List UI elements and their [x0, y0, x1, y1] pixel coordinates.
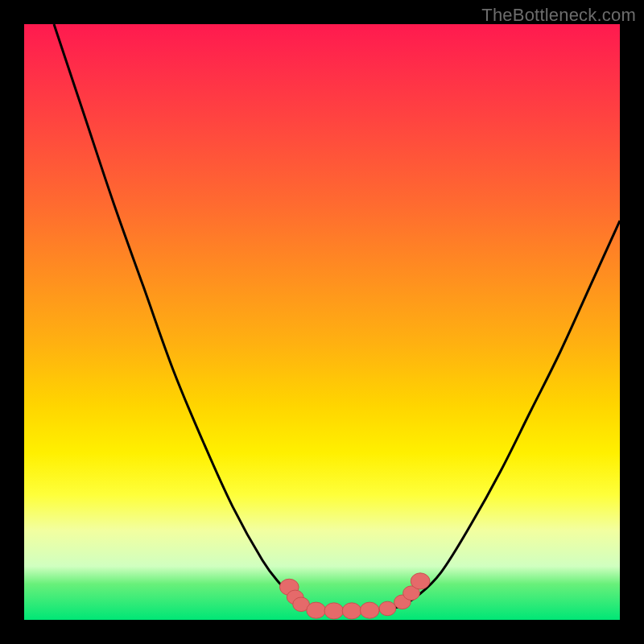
marker-10 — [411, 573, 430, 589]
series-path-left-branch — [54, 24, 304, 608]
watermark-text: TheBottleneck.com — [481, 5, 636, 26]
markers — [279, 573, 429, 619]
series-path-right-branch — [399, 221, 620, 607]
chart-frame: TheBottleneck.com — [0, 0, 644, 644]
series-left-branch — [54, 24, 304, 608]
marker-6 — [360, 602, 379, 618]
curve-svg — [24, 24, 620, 620]
series-right-branch — [399, 221, 620, 607]
marker-4 — [324, 603, 344, 619]
marker-5 — [342, 603, 361, 619]
marker-7 — [379, 601, 396, 616]
plot-area — [24, 24, 620, 620]
marker-3 — [307, 602, 326, 618]
